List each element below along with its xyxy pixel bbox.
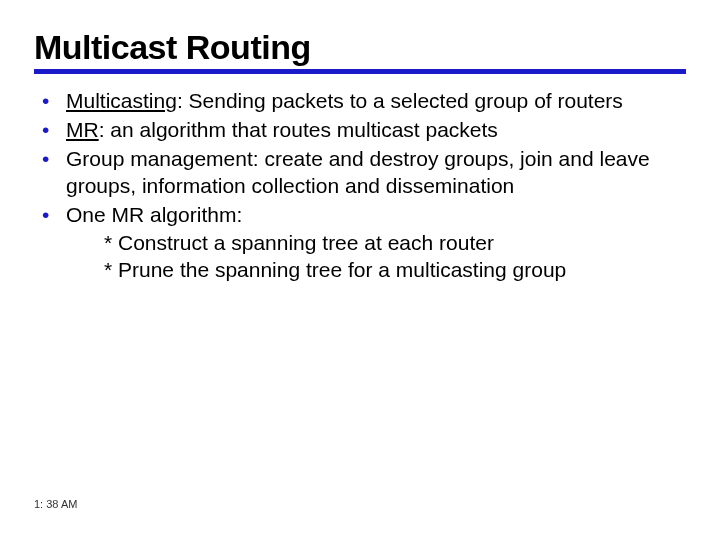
sub-bullet: * Prune the spanning tree for a multicas…: [40, 257, 686, 284]
bullet-text: MR: an algorithm that routes multicast p…: [66, 117, 686, 144]
bullet-term: Multicasting: [66, 89, 177, 112]
slide-body: • Multicasting: Sending packets to a sel…: [34, 88, 686, 284]
bullet-item: • Multicasting: Sending packets to a sel…: [40, 88, 686, 115]
bullet-rest: : an algorithm that routes multicast pac…: [99, 118, 498, 141]
bullet-rest: : Sending packets to a selected group of…: [177, 89, 623, 112]
timestamp: 1: 38 AM: [34, 498, 77, 510]
bullet-dot-icon: •: [40, 146, 66, 173]
bullet-item: • One MR algorithm:: [40, 202, 686, 229]
bullet-text: One MR algorithm:: [66, 202, 686, 229]
bullet-text: Multicasting: Sending packets to a selec…: [66, 88, 686, 115]
bullet-dot-icon: •: [40, 117, 66, 144]
bullet-dot-icon: •: [40, 202, 66, 229]
bullet-term: MR: [66, 118, 99, 141]
bullet-text: Group management: create and destroy gro…: [66, 146, 686, 200]
slide: Multicast Routing • Multicasting: Sendin…: [0, 0, 720, 540]
bullet-dot-icon: •: [40, 88, 66, 115]
bullet-item: • MR: an algorithm that routes multicast…: [40, 117, 686, 144]
bullet-item: • Group management: create and destroy g…: [40, 146, 686, 200]
sub-bullet: * Construct a spanning tree at each rout…: [40, 230, 686, 257]
slide-title: Multicast Routing: [34, 28, 686, 74]
